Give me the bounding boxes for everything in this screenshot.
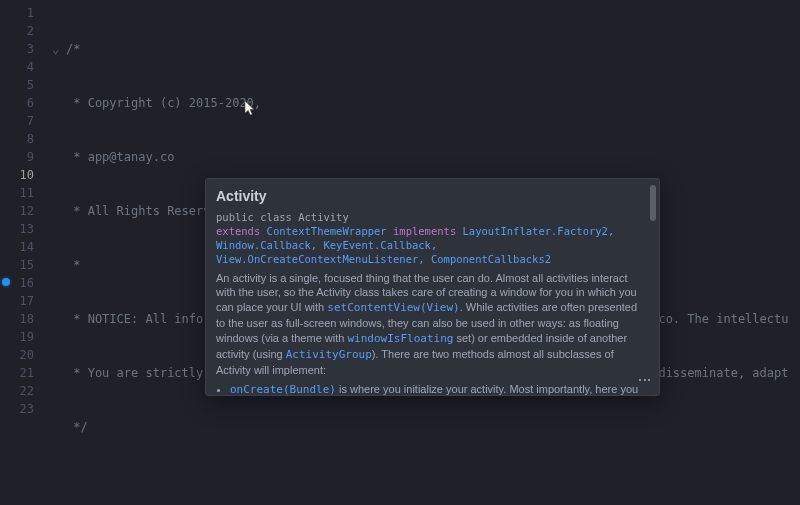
doc-signature: public class Activity extends ContextThe…: [216, 210, 649, 267]
doc-api-link[interactable]: setContentView(View): [327, 301, 459, 314]
doc-list: onCreate(Bundle) is where you initialize…: [216, 382, 649, 396]
scrollbar-thumb[interactable]: [650, 185, 656, 221]
fold-icon[interactable]: ⌄: [52, 40, 66, 58]
current-line-number: 10: [0, 166, 34, 184]
gutter-override-marker[interactable]: [2, 278, 10, 286]
doc-api-link[interactable]: windowIsFloating: [347, 332, 453, 345]
doc-api-link[interactable]: onCreate(Bundle): [230, 383, 336, 396]
more-actions-icon[interactable]: ⋮: [636, 374, 655, 386]
doc-title: Activity: [216, 187, 649, 206]
line-number-gutter: 1234 5678 9101112 13141516 17181920 2122…: [0, 0, 44, 505]
doc-body: An activity is a single, focused thing t…: [216, 271, 649, 378]
doc-list-item: onCreate(Bundle) is where you initialize…: [230, 382, 649, 396]
doc-api-link[interactable]: ActivityGroup: [286, 348, 372, 361]
documentation-popup[interactable]: Activity public class Activity extends C…: [205, 178, 660, 396]
